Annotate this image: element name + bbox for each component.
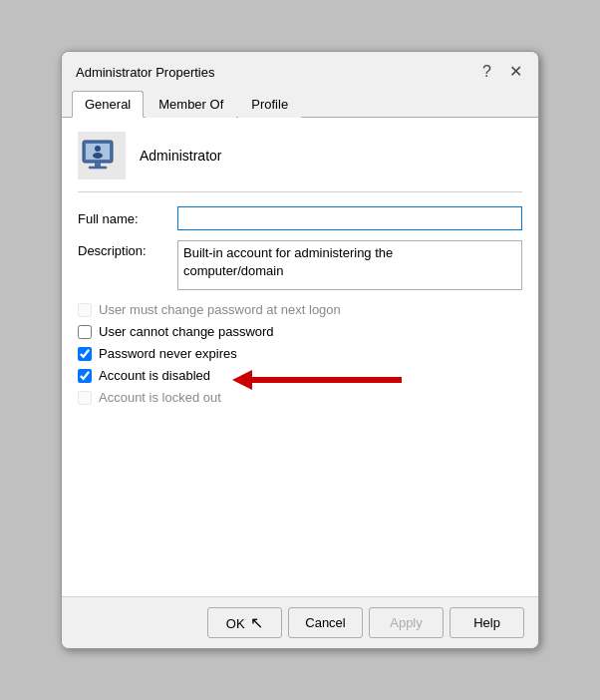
- locked-out-checkbox[interactable]: [78, 391, 92, 405]
- svg-marker-7: [232, 370, 252, 390]
- never-expires-checkbox[interactable]: [78, 347, 92, 361]
- cannot-change-label[interactable]: User cannot change password: [99, 324, 274, 339]
- content-panel: Administrator Full name: Description: Bu…: [62, 118, 538, 596]
- apply-button[interactable]: Apply: [369, 607, 444, 638]
- cursor-icon: ↖: [250, 613, 263, 632]
- title-bar: Administrator Properties ? ✕: [62, 52, 538, 88]
- is-disabled-label[interactable]: Account is disabled: [99, 368, 210, 383]
- red-arrow-annotation: [217, 366, 417, 394]
- svg-point-4: [95, 146, 101, 152]
- help-button[interactable]: ?: [478, 62, 495, 82]
- full-name-row: Full name:: [78, 206, 522, 230]
- checkbox-section: User must change password at next logon …: [78, 302, 522, 405]
- avatar: [78, 132, 126, 179]
- is-disabled-checkbox[interactable]: [78, 369, 92, 383]
- never-expires-label[interactable]: Password never expires: [99, 346, 237, 361]
- ok-button[interactable]: OK ↖: [207, 607, 282, 638]
- user-name-label: Administrator: [140, 148, 221, 164]
- description-input[interactable]: Built-in account for administering the c…: [177, 240, 522, 290]
- tab-strip: General Member Of Profile: [62, 90, 538, 118]
- description-label: Description:: [78, 240, 177, 258]
- tab-member-of[interactable]: Member Of: [146, 91, 236, 118]
- svg-rect-3: [89, 167, 107, 169]
- dialog-title: Administrator Properties: [76, 65, 214, 80]
- help-dialog-button[interactable]: Help: [450, 607, 524, 638]
- dialog-window: Administrator Properties ? ✕ General Mem…: [61, 51, 539, 649]
- full-name-input[interactable]: [177, 206, 522, 230]
- must-change-checkbox[interactable]: [78, 303, 92, 317]
- annotation-area: Account is disabled: [78, 368, 522, 383]
- checkbox-must-change-row: User must change password at next logon: [78, 302, 522, 317]
- svg-point-5: [93, 153, 103, 159]
- close-button[interactable]: ✕: [505, 62, 526, 82]
- cannot-change-checkbox[interactable]: [78, 325, 92, 339]
- locked-out-label[interactable]: Account is locked out: [99, 390, 221, 405]
- button-bar: OK ↖ Cancel Apply Help: [62, 596, 538, 648]
- checkbox-never-expires-row: Password never expires: [78, 346, 522, 361]
- tab-general[interactable]: General: [72, 91, 144, 118]
- full-name-label: Full name:: [78, 211, 177, 226]
- title-bar-buttons: ? ✕: [478, 62, 526, 82]
- user-header: Administrator: [78, 132, 522, 192]
- svg-rect-2: [95, 163, 101, 167]
- tab-profile[interactable]: Profile: [238, 91, 301, 118]
- checkbox-cannot-change-row: User cannot change password: [78, 324, 522, 339]
- description-row: Description: Built-in account for admini…: [78, 240, 522, 290]
- must-change-label[interactable]: User must change password at next logon: [99, 302, 341, 317]
- cancel-button[interactable]: Cancel: [288, 607, 363, 638]
